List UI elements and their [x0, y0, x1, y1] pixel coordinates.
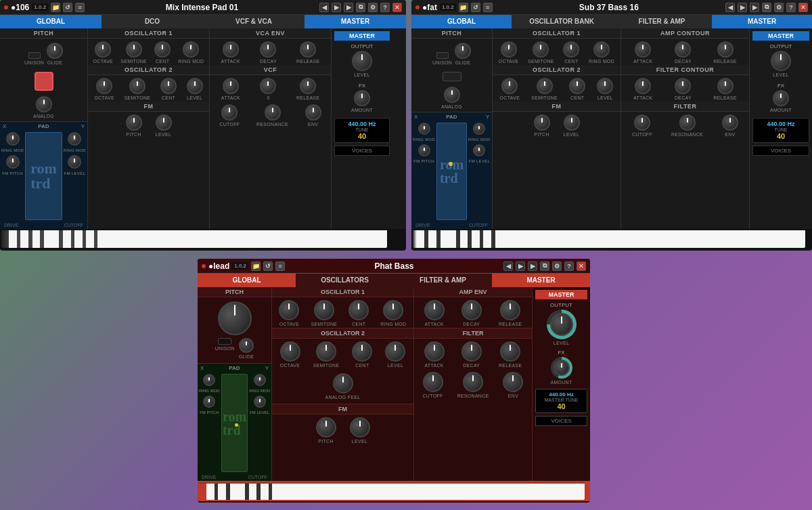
pad-ringmod-r-knob[interactable] — [68, 132, 81, 146]
pad-ringmod-l-knob[interactable] — [6, 132, 20, 146]
amp-release-knob-fat[interactable] — [717, 41, 734, 58]
osc1-octave-knob[interactable] — [95, 41, 111, 58]
filter-release-knob-lead[interactable] — [500, 341, 520, 362]
pad-fmpitch-knob[interactable] — [6, 155, 20, 169]
filter-attack-knob-lead[interactable] — [424, 341, 445, 362]
osc1-ringmod-knob-fat[interactable] — [593, 41, 610, 58]
osc2-octave-knob-lead[interactable] — [280, 341, 300, 362]
analog-knob-fat[interactable] — [444, 87, 460, 103]
vcf-attack-knob[interactable] — [223, 78, 239, 94]
menu-btn-fat[interactable]: ≡ — [483, 3, 493, 12]
tab-global-fat[interactable]: GLOBAL — [411, 15, 512, 28]
vcf-0-knob[interactable] — [260, 78, 276, 94]
pad-display-lead[interactable]: romtrd — [221, 374, 248, 472]
piano-keys-fat[interactable] — [413, 230, 805, 248]
tab-osc-lead[interactable]: OSCILLATORS — [296, 274, 394, 287]
folder-btn-106[interactable]: 📁 — [51, 3, 60, 12]
question-btn-fat[interactable]: ? — [786, 3, 796, 12]
osc1-cent-knob-fat[interactable] — [563, 41, 579, 58]
amp-decay-knob-fat[interactable] — [675, 41, 691, 58]
tab-vcf-106[interactable]: VCF & VCA — [203, 15, 304, 28]
output-level-knob-lead[interactable] — [550, 313, 573, 336]
fm-level-knob-lead[interactable] — [350, 417, 370, 438]
analog-knob[interactable] — [36, 96, 52, 112]
fm-pitch-knob-fat[interactable] — [534, 114, 550, 131]
resonance-knob[interactable] — [265, 104, 281, 121]
osc2-cent-knob-lead[interactable] — [352, 341, 372, 362]
undo-btn-106[interactable]: ↺ — [63, 3, 72, 12]
osc2-semitone-knob-fat[interactable] — [537, 78, 553, 94]
unison-switch-lead[interactable] — [218, 338, 231, 345]
pad-display-106[interactable]: romtrd — [25, 132, 62, 220]
settings-btn-lead[interactable]: ⚙ — [552, 261, 562, 271]
glide-knob[interactable] — [47, 43, 63, 59]
tab-master-106[interactable]: MASTER — [304, 15, 406, 28]
pad-fmlevel-knob[interactable] — [68, 155, 81, 169]
osc1-cent-knob[interactable] — [154, 41, 171, 58]
piano-keys-lead[interactable] — [199, 482, 585, 500]
pad-fmlevel-fat[interactable] — [473, 144, 485, 156]
fm-level-knob-fat[interactable] — [564, 114, 580, 131]
fx-amount-knob-fat[interactable] — [773, 90, 789, 106]
unison-switch-fat[interactable] — [436, 52, 449, 59]
settings-btn-fat[interactable]: ⚙ — [774, 3, 784, 12]
osc2-octave-knob[interactable] — [96, 78, 112, 94]
osc1-semitone-knob[interactable] — [126, 41, 142, 58]
osc2-level-knob-fat[interactable] — [597, 78, 613, 94]
unison-switch[interactable] — [28, 52, 41, 59]
osc2-cent-knob-fat[interactable] — [569, 78, 585, 94]
fm-level-knob[interactable] — [156, 114, 172, 131]
pad-display-fat[interactable]: romtrd — [436, 123, 467, 220]
cutoff-knob[interactable] — [221, 104, 238, 121]
filter-env-knob-fat[interactable] — [722, 114, 738, 131]
next-btn-lead[interactable]: ▶ — [528, 261, 537, 271]
pad-ringmod-l-fat[interactable] — [418, 123, 430, 135]
fx-amount-knob[interactable] — [354, 90, 370, 106]
pad-ringmod-r-lead[interactable] — [254, 374, 266, 386]
osc2-semitone-knob-lead[interactable] — [316, 341, 336, 362]
pad-fmpitch-fat[interactable] — [418, 144, 430, 156]
osc2-cent-knob[interactable] — [160, 78, 177, 94]
glide-knob-lead[interactable] — [239, 338, 254, 353]
filter-release-knob-fat[interactable] — [717, 78, 734, 94]
cutoff-knob-lead[interactable] — [423, 372, 443, 392]
pad-ringmod-r-fat[interactable] — [473, 123, 485, 135]
osc2-octave-knob-fat[interactable] — [501, 78, 518, 94]
tab-filteramp-fat[interactable]: FILTER & AMP — [612, 15, 712, 28]
osc1-semitone-knob-fat[interactable] — [533, 41, 549, 58]
play-btn-lead[interactable]: ▶ — [516, 261, 525, 271]
osc1-cent-knob-lead[interactable] — [348, 300, 369, 320]
osc1-semitone-knob-lead[interactable] — [314, 300, 334, 320]
tab-master-lead[interactable]: MASTER — [492, 274, 590, 287]
copy-btn-106[interactable]: ⧉ — [356, 3, 365, 12]
fm-pitch-knob[interactable] — [126, 114, 142, 131]
copy-btn-lead[interactable]: ⧉ — [540, 261, 549, 271]
tab-master-fat[interactable]: MASTER — [712, 15, 812, 28]
play-btn-106[interactable]: ▶ — [332, 3, 341, 12]
pad-fmlevel-lead[interactable] — [254, 396, 266, 408]
amp-decay-knob-lead[interactable] — [461, 300, 482, 320]
output-level-knob[interactable] — [352, 51, 372, 71]
next-btn-106[interactable]: ▶ — [344, 3, 353, 12]
osc1-octave-knob-fat[interactable] — [501, 41, 517, 58]
vca-attack-knob[interactable] — [223, 41, 239, 58]
close-btn-fat[interactable]: ✕ — [798, 3, 808, 12]
osc2-level-knob-lead[interactable] — [385, 341, 405, 362]
piano-keys-106[interactable] — [1, 230, 387, 248]
env-knob[interactable] — [305, 104, 321, 121]
folder-btn-lead[interactable]: 📁 — [251, 261, 261, 271]
vca-release-knob[interactable] — [300, 41, 316, 58]
prev-btn-lead[interactable]: ◀ — [503, 261, 513, 271]
question-btn-lead[interactable]: ? — [564, 261, 574, 271]
folder-btn-fat[interactable]: 📁 — [459, 3, 468, 12]
tab-filteramp-lead[interactable]: FILTER & AMP — [394, 274, 492, 287]
amp-release-knob-lead[interactable] — [500, 300, 520, 320]
osc1-ringmod-knob[interactable] — [183, 41, 199, 58]
osc1-ringmod-knob-lead[interactable] — [383, 300, 403, 320]
fm-pitch-knob-lead[interactable] — [316, 417, 336, 438]
vcf-release-knob[interactable] — [300, 78, 316, 94]
tab-global-106[interactable]: GLOBAL — [0, 15, 102, 28]
filter-cutoff-knob-fat[interactable] — [634, 114, 650, 131]
filter-decay-knob-fat[interactable] — [675, 78, 691, 94]
env-knob-lead[interactable] — [503, 372, 523, 392]
